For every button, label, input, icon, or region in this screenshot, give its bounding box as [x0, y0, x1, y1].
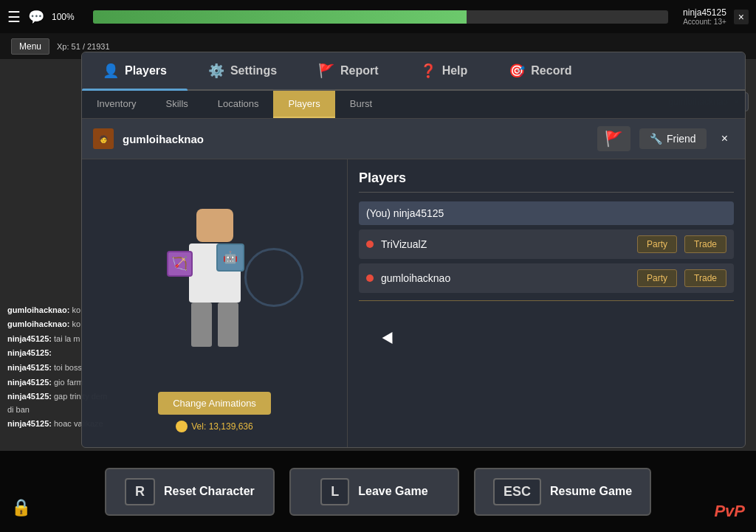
char-head	[196, 209, 233, 242]
help-tab-icon: ❓	[420, 63, 436, 79]
friend-icon: 🔧	[650, 133, 662, 145]
reset-key-badge: R	[125, 478, 155, 505]
vel-label: Vel: 13,139,636	[176, 421, 252, 432]
inner-tab-players-label: Players	[288, 98, 320, 109]
inner-tab-burst-label: Burst	[350, 98, 372, 109]
trade-button-trivizualz[interactable]: Trade	[684, 235, 726, 253]
selected-player-avatar: 🧑	[93, 128, 114, 149]
inner-tab-players[interactable]: Players	[273, 91, 334, 118]
globe-decoration	[244, 248, 303, 307]
inner-tab-bar: Inventory Skills Locations Players Burst	[82, 91, 745, 119]
char-equipped-item: 🏹	[167, 251, 193, 277]
tab-settings[interactable]: ⚙️ Settings	[188, 52, 298, 89]
tab-players-label: Players	[125, 64, 167, 77]
tab-players[interactable]: 👤 Players	[82, 52, 188, 89]
flag-button[interactable]: 🚩	[597, 126, 630, 151]
player-row-trivizualz: TriVizualZ Party Trade	[359, 229, 734, 259]
settings-tab-icon: ⚙️	[208, 63, 224, 79]
record-tab-icon: 🎯	[509, 63, 525, 79]
tab-bar: 👤 Players ⚙️ Settings 🚩 Report ❓ Help 🎯 …	[82, 52, 745, 91]
players-tab-icon: 👤	[103, 63, 119, 79]
friend-label: Friend	[667, 133, 696, 145]
vel-icon	[176, 421, 188, 432]
char-body: 🏹 🤖	[189, 243, 241, 303]
inner-tab-skills[interactable]: Skills	[151, 91, 202, 118]
leave-game-button[interactable]: L Leave Game	[289, 468, 459, 516]
party-button-gumloihacknao[interactable]: Party	[637, 269, 677, 287]
change-animations-button[interactable]: Change Animations	[158, 392, 271, 415]
char-legs	[191, 303, 238, 347]
vel-value: Vel: 13,139,636	[191, 421, 252, 432]
selected-player-row: 🧑 gumloihacknao 🚩 🔧 Friend ×	[82, 119, 745, 159]
health-percent: 100%	[52, 12, 75, 22]
close-top-button[interactable]: ×	[734, 10, 749, 24]
character-panel: 🏹 🤖 Change Animations Vel: 13,139,636	[82, 159, 348, 447]
char-icon-item: 🤖	[216, 243, 244, 272]
close-modal-button[interactable]: ×	[715, 129, 734, 148]
selected-player-name: gumloihacknao	[123, 133, 588, 145]
resume-key-badge: ESC	[493, 478, 541, 505]
username-display: ninja45125 Account: 13+	[683, 7, 726, 26]
player-row-you: (You) ninja45125	[359, 201, 734, 225]
player-gumloihacknao-name: gumloihacknao	[381, 272, 630, 284]
tab-report[interactable]: 🚩 Report	[298, 52, 399, 89]
player-trivizualz-name: TriVizualZ	[381, 238, 630, 250]
tab-help-label: Help	[442, 64, 468, 77]
leave-game-label: Leave Game	[358, 485, 427, 498]
lock-icon: 🔒	[11, 498, 31, 517]
divider	[359, 300, 734, 301]
main-modal: 👤 Players ⚙️ Settings 🚩 Report ❓ Help 🎯 …	[81, 52, 746, 448]
players-panel: Players (You) ninja45125 TriVizualZ Part…	[348, 159, 745, 447]
xp-label: Xp: 51 / 21931	[57, 42, 110, 51]
account-label: Account: 13+	[683, 18, 726, 26]
character-figure: 🏹 🤖	[189, 209, 241, 347]
inner-tab-skills-label: Skills	[165, 98, 188, 109]
bottom-bar: R Reset Character L Leave Game ESC Resum…	[0, 451, 756, 532]
health-bar-fill	[93, 10, 467, 24]
friend-button[interactable]: 🔧 Friend	[639, 128, 707, 149]
resume-game-button[interactable]: ESC Resume Game	[474, 468, 651, 516]
char-leg-left	[191, 303, 212, 347]
inner-tab-locations[interactable]: Locations	[203, 91, 274, 118]
char-leg-right	[218, 303, 238, 347]
tab-report-label: Report	[340, 64, 379, 77]
menu-button[interactable]: Menu	[11, 38, 49, 55]
leave-key-badge: L	[320, 478, 349, 505]
player-row-gumloihacknao: gumloihacknao Party Trade	[359, 263, 734, 293]
inner-tab-inventory-label: Inventory	[97, 98, 136, 109]
modal-content: 🏹 🤖 Change Animations Vel: 13,139,636 Pl…	[82, 159, 745, 447]
player-status-dot	[366, 241, 374, 248]
trade-button-gumloihacknao[interactable]: Trade	[684, 269, 726, 287]
reset-character-button[interactable]: R Reset Character	[105, 468, 275, 516]
tab-help[interactable]: ❓ Help	[399, 52, 489, 89]
tab-record-label: Record	[531, 64, 571, 77]
character-container: 🏹 🤖	[134, 174, 296, 381]
chat-icon[interactable]: 💬	[28, 9, 44, 25]
resume-game-label: Resume Game	[550, 485, 632, 498]
inner-tab-locations-label: Locations	[218, 98, 259, 109]
tab-record[interactable]: 🎯 Record	[488, 52, 592, 89]
report-tab-icon: 🚩	[318, 63, 334, 79]
inner-tab-inventory[interactable]: Inventory	[82, 91, 151, 118]
reset-character-label: Reset Character	[164, 485, 255, 498]
tab-settings-label: Settings	[230, 64, 277, 77]
inner-tab-burst[interactable]: Burst	[335, 91, 387, 118]
hamburger-icon[interactable]: ☰	[7, 8, 21, 26]
health-bar	[93, 10, 668, 24]
party-button-trivizualz[interactable]: Party	[637, 235, 677, 253]
username-label: ninja45125	[683, 7, 726, 18]
player-status-dot-2	[366, 274, 374, 282]
player-you-name: (You) ninja45125	[366, 207, 726, 219]
pvp-badge: PvP	[714, 502, 745, 521]
top-bar: ☰ 💬 100% ninja45125 Account: 13+ ×	[0, 0, 756, 33]
players-section-header: Players	[359, 170, 734, 193]
